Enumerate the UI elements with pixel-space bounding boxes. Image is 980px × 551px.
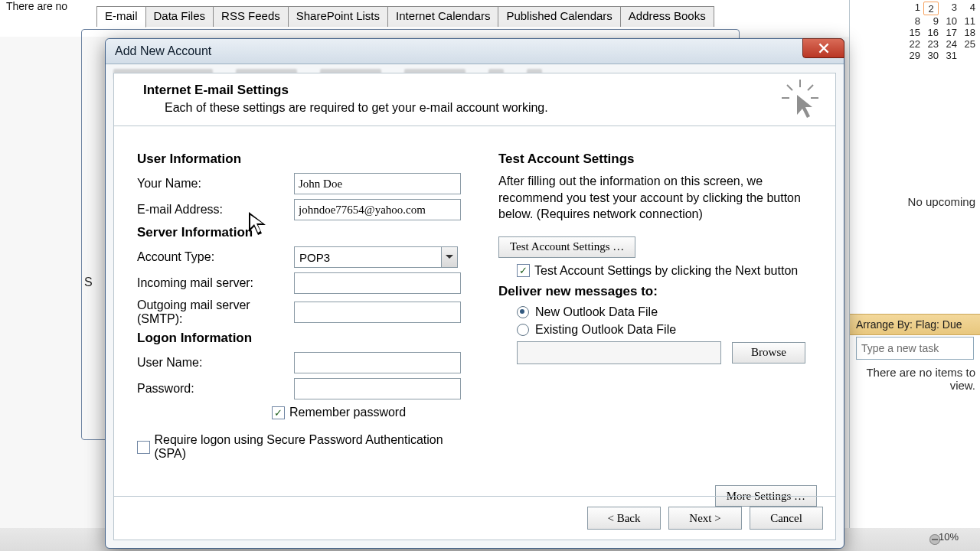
username-input[interactable]	[294, 352, 461, 373]
new-task-input[interactable]: Type a new task	[856, 337, 974, 360]
label-username: User Name:	[137, 356, 294, 370]
spa-checkbox[interactable]	[137, 441, 150, 454]
dialog-inner: Internet E-mail Settings Each of these s…	[113, 73, 836, 540]
radio-new-file[interactable]	[517, 306, 529, 318]
tab-email[interactable]: E-mail	[97, 7, 146, 28]
section-logon-info: Logon Information	[137, 331, 468, 346]
outer-left-letter: S	[84, 276, 93, 289]
label-incoming: Incoming mail server:	[137, 276, 294, 290]
tab-datafiles[interactable]: Data Files	[146, 7, 214, 27]
close-icon	[818, 43, 829, 54]
remember-password-checkbox[interactable]	[272, 406, 285, 419]
section-server-info: Server Information	[137, 225, 468, 240]
incoming-server-input[interactable]	[294, 272, 461, 294]
test-paragraph: After filling out the information on thi…	[498, 173, 817, 223]
dialog-footer: < Back Next > Cancel	[114, 496, 835, 540]
radio-existing-file[interactable]	[517, 324, 529, 336]
page-heading: Internet E-mail Settings	[143, 83, 822, 98]
email-input[interactable]	[294, 199, 461, 220]
remember-password-label: Remember password	[289, 406, 406, 419]
radio-existing-file-label: Existing Outlook Data File	[535, 323, 676, 337]
mini-calendar[interactable]: 1234 891011 15161718 22232425 293031	[905, 2, 975, 61]
section-test: Test Account Settings	[498, 152, 817, 167]
upcoming-text: No upcoming	[861, 195, 975, 208]
cancel-button[interactable]: Cancel	[750, 507, 823, 530]
existing-file-input[interactable]	[517, 341, 721, 364]
account-type-value: POP3	[299, 251, 330, 264]
label-email: E-mail Address:	[137, 203, 294, 217]
svg-line-4	[808, 85, 813, 90]
test-on-next-checkbox[interactable]	[517, 264, 530, 277]
todo-bar: 1234 891011 15161718 22232425 293031 No …	[849, 0, 980, 528]
browse-button[interactable]: Browse	[732, 342, 805, 364]
label-account-type: Account Type:	[137, 250, 294, 264]
back-button[interactable]: < Back	[587, 507, 661, 530]
section-deliver: Deliver new messages to:	[498, 284, 817, 299]
test-settings-button[interactable]: Test Account Settings …	[498, 236, 635, 258]
dialog-titlebar[interactable]: Add New Account	[106, 39, 844, 64]
outgoing-server-input[interactable]	[294, 302, 461, 323]
label-outgoing: Outgoing mail server (SMTP):	[137, 298, 294, 326]
your-name-input[interactable]	[294, 173, 461, 194]
account-type-select[interactable]: POP3	[294, 246, 458, 268]
tab-addrbooks[interactable]: Address Books	[621, 7, 714, 27]
tab-sharepoint[interactable]: SharePoint Lists	[289, 7, 388, 27]
no-items-text: There are no items toview.	[861, 366, 975, 392]
chevron-down-icon	[441, 247, 457, 267]
section-user-info: User Information	[137, 152, 468, 167]
password-input[interactable]	[294, 378, 461, 399]
tab-pubcal[interactable]: Published Calendars	[498, 7, 620, 27]
page-subheading: Each of these settings are required to g…	[165, 101, 822, 115]
spa-label: Require logon using Secure Password Auth…	[155, 433, 468, 461]
account-tabs: E-mail Data Files RSS Feeds SharePoint L…	[96, 6, 714, 27]
tab-intcal[interactable]: Internet Calendars	[388, 7, 498, 27]
cursor-arrow-icon	[782, 80, 818, 122]
zoom-level: 10%	[939, 531, 959, 543]
calendar-selected-day: 2	[923, 2, 939, 15]
svg-line-3	[787, 85, 792, 90]
next-button[interactable]: Next >	[668, 507, 742, 530]
add-account-dialog: Add New Account Internet E-mail Settings…	[105, 38, 844, 549]
tab-rss[interactable]: RSS Feeds	[214, 7, 289, 27]
dialog-title: Add New Account	[115, 44, 211, 58]
bg-empty-text: There are no	[6, 0, 67, 12]
label-password: Password:	[137, 382, 294, 396]
close-button[interactable]	[802, 38, 844, 58]
arrange-by-header[interactable]: Arrange By: Flag: Due	[850, 314, 980, 335]
test-on-next-label: Test Account Settings by clicking the Ne…	[534, 264, 798, 278]
radio-new-file-label: New Outlook Data File	[535, 305, 658, 319]
label-your-name: Your Name:	[137, 177, 294, 191]
